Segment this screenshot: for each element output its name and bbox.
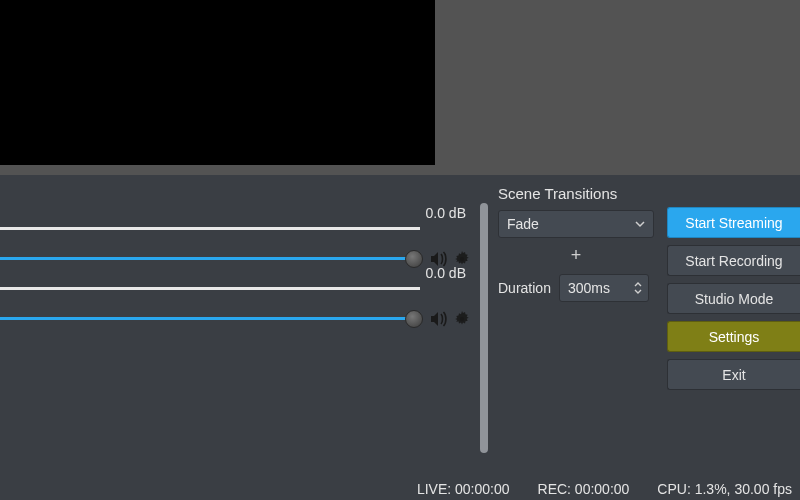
chevron-down-icon — [635, 219, 645, 229]
duration-label: Duration — [498, 280, 551, 296]
transition-select[interactable]: Fade — [498, 210, 654, 238]
scene-transitions-panel: Scene Transitions Fade + Duration 300ms — [498, 185, 663, 302]
volume-slider-handle[interactable] — [405, 310, 423, 328]
preview-area — [0, 0, 800, 169]
gear-icon[interactable] — [454, 311, 470, 327]
level-meter — [0, 227, 420, 230]
audio-mixer: 0.0 dB 0.0 dB — [0, 205, 478, 468]
transition-select-value: Fade — [507, 216, 539, 232]
level-meter — [0, 287, 420, 290]
start-recording-button[interactable]: Start Recording — [667, 245, 800, 276]
exit-button[interactable]: Exit — [667, 359, 800, 390]
mixer-scrollbar[interactable] — [480, 203, 488, 453]
scene-transitions-title: Scene Transitions — [498, 185, 663, 202]
controls-column: Start Streaming Start Recording Studio M… — [667, 207, 800, 390]
lower-panel: 0.0 dB 0.0 dB Scene Transition — [0, 175, 800, 478]
status-bar: LIVE: 00:00:00 REC: 00:00:00 CPU: 1.3%, … — [0, 478, 800, 500]
chevron-up-icon — [634, 282, 642, 287]
duration-value: 300ms — [568, 280, 610, 296]
chevron-down-icon — [634, 289, 642, 294]
preview-canvas[interactable] — [0, 0, 435, 165]
db-value: 0.0 dB — [426, 265, 466, 281]
audio-channel: 0.0 dB — [0, 205, 478, 265]
status-live: LIVE: 00:00:00 — [417, 481, 510, 497]
speaker-icon[interactable] — [430, 311, 448, 327]
add-transition-button[interactable]: + — [498, 246, 654, 264]
start-streaming-button[interactable]: Start Streaming — [667, 207, 800, 238]
status-rec: REC: 00:00:00 — [538, 481, 630, 497]
volume-slider-track[interactable] — [0, 257, 420, 260]
spin-arrows[interactable] — [634, 282, 642, 294]
studio-mode-button[interactable]: Studio Mode — [667, 283, 800, 314]
settings-button[interactable]: Settings — [667, 321, 800, 352]
status-cpu: CPU: 1.3%, 30.00 fps — [657, 481, 792, 497]
duration-row: Duration 300ms — [498, 274, 663, 302]
audio-channel: 0.0 dB — [0, 265, 478, 325]
db-value: 0.0 dB — [426, 205, 466, 221]
duration-spinbox[interactable]: 300ms — [559, 274, 649, 302]
volume-slider-track[interactable] — [0, 317, 420, 320]
